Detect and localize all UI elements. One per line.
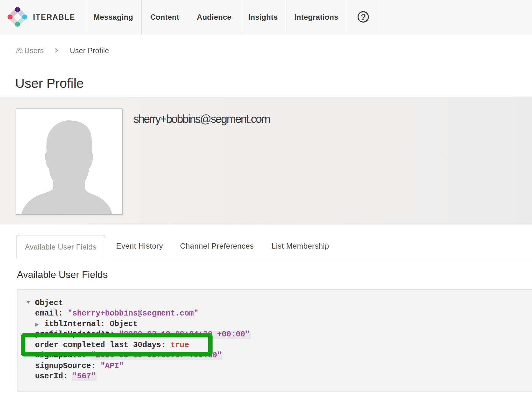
svg-text:?: ?	[360, 12, 366, 22]
